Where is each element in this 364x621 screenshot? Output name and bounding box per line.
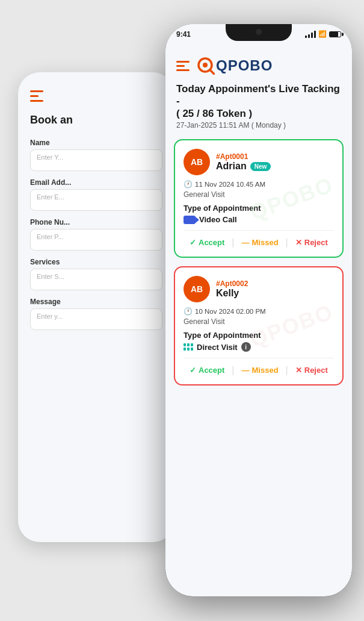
- message-input[interactable]: Enter y...: [30, 308, 162, 330]
- accept-button-2[interactable]: ✓ Accept: [184, 364, 230, 376]
- name-field-group: Name Enter Y...: [30, 139, 162, 171]
- camera: [256, 29, 262, 35]
- phone-input[interactable]: Enter P...: [30, 229, 162, 251]
- wifi-icon: 📶: [318, 30, 327, 38]
- sep-1: |: [230, 237, 235, 248]
- minus-icon-1: —: [242, 238, 250, 247]
- main-phone: 9:41 📶: [165, 24, 352, 596]
- patient-name-row-1: Adrian New: [216, 161, 334, 172]
- apt-time-1: 🕐 11 Nov 2024 10.45 AM: [184, 180, 334, 189]
- page-date: 27-Jan-2025 11:51 AM ( Monday ): [176, 121, 341, 130]
- x-icon-2: ✕: [295, 366, 302, 375]
- x-icon-1: ✕: [295, 238, 302, 247]
- appt-label-2: Type of Appointment: [184, 331, 334, 340]
- sep-2: |: [285, 237, 289, 248]
- message-field-group: Message Enter y...: [30, 298, 162, 330]
- appt-mode-1: Video Call: [184, 215, 334, 224]
- apt-number-1: #Apt0001: [216, 152, 334, 161]
- direct-visit-icon: [184, 343, 193, 351]
- notch: [226, 24, 292, 41]
- svg-point-2: [203, 63, 208, 67]
- card-2-header: AB #Apt0002 Kelly: [184, 276, 334, 302]
- appointment-card-1: QPOBO AB #Apt0001 Adrian New 🕐: [174, 139, 344, 258]
- email-field-group: Email Add... Enter E...: [30, 178, 162, 211]
- name-label: Name: [30, 139, 162, 147]
- sep-4: |: [285, 365, 289, 376]
- minus-icon-2: —: [242, 366, 250, 375]
- app-header: QPOBO: [165, 54, 352, 80]
- visit-type-2: General Visit: [184, 317, 334, 326]
- status-bar: 9:41 📶: [165, 24, 352, 54]
- status-icons: 📶: [305, 30, 341, 38]
- phone-field-group: Phone Nu... Enter P...: [30, 218, 162, 251]
- page-title-area: Today Appoinment's Live Tacking - ( 25 /…: [165, 80, 352, 132]
- app-logo: QPOBO: [197, 57, 273, 75]
- checkmark-icon-2: ✓: [190, 366, 196, 375]
- card-actions-1: ✓ Accept | — Missed | ✕ Reject: [184, 237, 334, 248]
- apt-time-2: 🕐 10 Nov 2024 02.00 PM: [184, 307, 334, 316]
- clock-icon-1: 🕐: [184, 180, 193, 189]
- name-input[interactable]: Enter Y...: [30, 149, 162, 171]
- card-divider-2: [184, 358, 334, 358]
- new-badge-1: New: [250, 162, 271, 171]
- status-time: 9:41: [176, 30, 191, 39]
- missed-button-2[interactable]: — Missed: [236, 364, 285, 376]
- sep-3: |: [230, 365, 235, 376]
- back-form: Name Enter Y... Email Add... Enter E... …: [30, 139, 162, 330]
- clock-icon-2: 🕐: [184, 307, 193, 316]
- patient-name-row-2: Kelly: [216, 288, 334, 299]
- appt-mode-2: Direct Visit i: [184, 342, 334, 352]
- logo-text: QPOBO: [216, 57, 273, 74]
- reject-button-2[interactable]: ✕ Reject: [289, 364, 334, 376]
- services-field-group: Services Enter S...: [30, 258, 162, 290]
- email-input[interactable]: Enter E...: [30, 189, 162, 211]
- appt-label-1: Type of Appointment: [184, 204, 334, 213]
- apt-number-2: #Apt0002: [216, 279, 334, 288]
- services-label: Services: [30, 258, 162, 266]
- email-label: Email Add...: [30, 178, 162, 187]
- appointment-card-2: QPOBO AB #Apt0002 Kelly 🕐 10 Nov 2024 02…: [174, 266, 344, 385]
- svg-line-1: [210, 70, 214, 74]
- avatar-1: AB: [184, 149, 210, 175]
- back-hamburger-icon[interactable]: [30, 90, 162, 102]
- card-2-info: #Apt0002 Kelly: [216, 279, 334, 299]
- patient-name-1: Adrian: [216, 161, 247, 172]
- reject-button-1[interactable]: ✕ Reject: [289, 237, 334, 248]
- patient-name-2: Kelly: [216, 288, 239, 299]
- hamburger-button[interactable]: [176, 61, 190, 71]
- checkmark-icon-1: ✓: [190, 238, 196, 247]
- services-input[interactable]: Enter S...: [30, 269, 162, 290]
- missed-button-1[interactable]: — Missed: [236, 237, 285, 248]
- background-phone: Book an Name Enter Y... Email Add... Ent…: [18, 72, 174, 542]
- card-1-info: #Apt0001 Adrian New: [216, 152, 334, 172]
- visit-type-1: General Visit: [184, 190, 334, 199]
- avatar-2: AB: [184, 276, 210, 302]
- logo-q-icon: [197, 57, 215, 75]
- video-call-icon: [184, 216, 196, 224]
- card-actions-2: ✓ Accept | — Missed | ✕ Reject: [184, 364, 334, 376]
- message-label: Message: [30, 298, 162, 306]
- card-divider-1: [184, 230, 334, 231]
- back-form-title: Book an: [30, 114, 162, 126]
- info-icon[interactable]: i: [241, 342, 251, 352]
- card-1-header: AB #Apt0001 Adrian New: [184, 149, 334, 175]
- appointments-list: QPOBO AB #Apt0001 Adrian New 🕐: [165, 132, 352, 596]
- signal-icon: [305, 31, 316, 38]
- battery-icon: [329, 31, 341, 37]
- phone-label: Phone Nu...: [30, 218, 162, 226]
- page-title: Today Appoinment's Live Tacking - ( 25 /…: [176, 83, 341, 120]
- accept-button-1[interactable]: ✓ Accept: [184, 237, 230, 248]
